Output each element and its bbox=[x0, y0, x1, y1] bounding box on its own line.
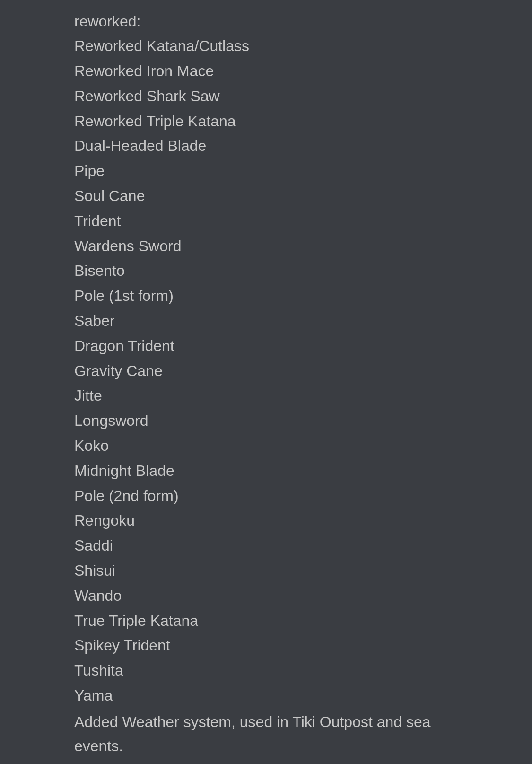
list-item: Dragon Trident bbox=[74, 334, 458, 359]
list-item: Trident bbox=[74, 209, 458, 234]
section-header: reworked: bbox=[74, 9, 458, 34]
list-item: Saber bbox=[74, 308, 458, 334]
list-item: Tushita bbox=[74, 658, 458, 683]
list-item: Wando bbox=[74, 583, 458, 608]
list-item: Midnight Blade bbox=[74, 458, 458, 483]
list-item: Reworked Shark Saw bbox=[74, 84, 458, 109]
list-item: Reworked Iron Mace bbox=[74, 59, 458, 84]
list-item: Wardens Sword bbox=[74, 234, 458, 259]
items-list: Reworked Katana/CutlassReworked Iron Mac… bbox=[74, 34, 458, 708]
footer-text: Added Weather system, used in Tiki Outpo… bbox=[74, 710, 458, 758]
list-item: Yama bbox=[74, 683, 458, 708]
list-item: Soul Cane bbox=[74, 184, 458, 209]
list-item: Spikey Trident bbox=[74, 633, 458, 658]
list-item: Reworked Triple Katana bbox=[74, 109, 458, 134]
list-item: Rengoku bbox=[74, 508, 458, 533]
list-item: Shisui bbox=[74, 558, 458, 583]
list-item: Pole (2nd form) bbox=[74, 483, 458, 509]
list-item: Jitte bbox=[74, 383, 458, 408]
list-item: Dual-Headed Blade bbox=[74, 133, 458, 158]
list-item: Longsword bbox=[74, 408, 458, 433]
list-item: Bisento bbox=[74, 258, 458, 283]
list-item: Pipe bbox=[74, 158, 458, 184]
main-content: reworked: Reworked Katana/CutlassReworke… bbox=[0, 0, 532, 764]
list-item: True Triple Katana bbox=[74, 608, 458, 633]
list-item: Koko bbox=[74, 433, 458, 458]
list-item: Reworked Katana/Cutlass bbox=[74, 34, 458, 59]
list-item: Saddi bbox=[74, 533, 458, 558]
list-item: Gravity Cane bbox=[74, 359, 458, 384]
list-item: Pole (1st form) bbox=[74, 283, 458, 308]
